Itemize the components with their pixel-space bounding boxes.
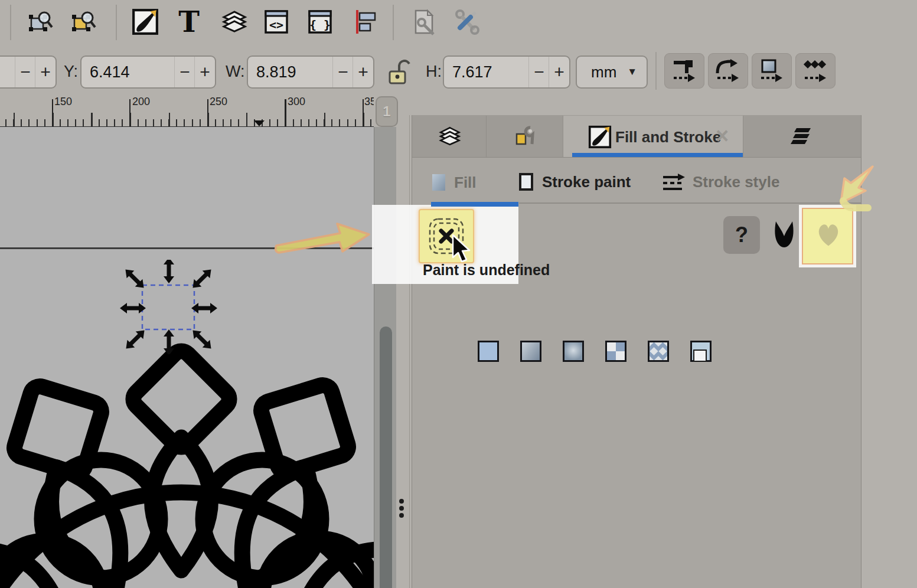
snap-toolbar xyxy=(886,94,917,588)
chevron-down-icon: ▼ xyxy=(627,66,637,78)
unit-dropdown[interactable]: mm ▼ xyxy=(576,55,648,89)
braces-dialog-button[interactable]: { } xyxy=(305,7,335,37)
subtab-stroke-style[interactable]: Stroke style xyxy=(662,171,779,193)
document-properties-icon xyxy=(411,8,437,35)
layers-dialog-button[interactable] xyxy=(220,8,248,35)
subtab-divider xyxy=(519,202,861,204)
annotation-arrow-right xyxy=(273,217,374,256)
h-increment-button[interactable]: + xyxy=(549,57,569,87)
align-distribute-button[interactable] xyxy=(351,7,380,37)
fill-stroke-panel: Fill and Stroke × Fill xyxy=(412,115,861,588)
y-decrement-button[interactable]: − xyxy=(174,57,195,87)
unit-value: mm xyxy=(591,63,616,81)
zoom-selection-button[interactable] xyxy=(28,8,56,35)
document-properties-button[interactable] xyxy=(410,7,438,37)
mouse-cursor xyxy=(451,234,473,266)
subtab-fill[interactable]: Fill xyxy=(432,172,477,193)
ruler-cursor-marker xyxy=(254,120,265,126)
selection-handles[interactable] xyxy=(118,260,218,354)
objects-list-icon xyxy=(791,126,813,147)
x-increment-button[interactable]: + xyxy=(35,57,56,87)
paint-unknown-button[interactable] xyxy=(690,341,712,362)
paint-undefined-tooltip: Paint is undefined xyxy=(423,262,550,279)
main-toolbar: T <> { } xyxy=(0,0,917,46)
text-tool-icon: T xyxy=(178,8,200,36)
annotation-arrow-downleft xyxy=(834,163,880,215)
tab-close-icon[interactable]: × xyxy=(716,123,729,149)
preferences-button[interactable] xyxy=(452,7,482,37)
move-patterns-toggle[interactable] xyxy=(795,53,836,89)
lock-open-icon xyxy=(387,57,413,86)
y-coordinate-field[interactable]: 6.414 − + xyxy=(80,55,216,89)
width-field[interactable]: 8.819 − + xyxy=(247,55,374,89)
xml-editor-icon: <> xyxy=(262,8,291,36)
swatch-diamonds xyxy=(650,342,667,360)
canvas[interactable] xyxy=(0,127,374,588)
braces-icon: { } xyxy=(306,8,334,36)
tab-fill-and-stroke[interactable]: Fill and Stroke × xyxy=(563,116,743,157)
zoom-drawing-icon xyxy=(72,9,98,35)
w-label: W: xyxy=(226,63,245,81)
paint-swatch-button[interactable] xyxy=(648,341,669,362)
ruler-label: 150 xyxy=(54,96,72,108)
h-value[interactable]: 7.617 xyxy=(452,63,492,81)
grip-dot xyxy=(399,513,404,518)
tab-objects[interactable] xyxy=(743,115,860,157)
mandala-drawing xyxy=(0,340,374,588)
w-increment-button[interactable]: + xyxy=(353,57,373,87)
lock-ratio-button[interactable] xyxy=(387,57,414,86)
scale-stroke-width-icon xyxy=(671,59,697,83)
inkscape-window: { "controls": { "minus": "−", "plus": "+… xyxy=(0,0,917,588)
layers-icon xyxy=(438,125,461,148)
paint-flat-color-button[interactable] xyxy=(478,341,499,362)
toolbar-separator xyxy=(116,5,117,40)
paint-undefined-button[interactable]: ? xyxy=(723,216,760,254)
text-tool-button[interactable]: T xyxy=(175,6,203,38)
x-decrement-button[interactable]: − xyxy=(15,57,35,87)
paint-radial-gradient-button[interactable] xyxy=(563,341,584,362)
scale-stroke-width-toggle[interactable] xyxy=(664,53,704,89)
toolbar-separator xyxy=(393,5,394,40)
preferences-icon xyxy=(453,8,481,36)
scrollbar-thumb[interactable] xyxy=(380,326,392,588)
paint-pattern-button[interactable] xyxy=(605,341,626,362)
h-label: H: xyxy=(426,63,442,81)
toolbar-separator xyxy=(10,5,11,40)
subtab-fill-label: Fill xyxy=(454,174,477,192)
panel-resize-grip[interactable] xyxy=(399,499,407,521)
w-value[interactable]: 8.819 xyxy=(256,63,296,81)
wrench-object-icon xyxy=(513,125,537,148)
stroke-paint-icon xyxy=(518,172,534,191)
h-decrement-button[interactable]: − xyxy=(528,57,549,87)
zoom-drawing-button[interactable] xyxy=(71,8,99,35)
selection-bbox xyxy=(142,285,194,329)
y-value[interactable]: 6.414 xyxy=(90,63,130,81)
w-decrement-button[interactable]: − xyxy=(332,57,353,87)
move-gradients-icon xyxy=(759,59,785,83)
scale-rounded-corners-toggle[interactable] xyxy=(708,53,748,89)
tab-object-properties[interactable] xyxy=(487,115,563,157)
height-field[interactable]: 7.617 − + xyxy=(443,55,570,89)
fill-active-underline xyxy=(431,202,518,207)
ruler-label: 250 xyxy=(210,96,227,108)
xml-editor-button[interactable]: <> xyxy=(262,7,291,37)
subtab-stroke-paint[interactable]: Stroke paint xyxy=(518,171,631,193)
tab-layers[interactable] xyxy=(412,115,486,157)
fill-stroke-dialog-button[interactable] xyxy=(131,7,159,37)
move-gradients-toggle[interactable] xyxy=(752,53,792,89)
active-tab-underline xyxy=(572,153,743,157)
braces-glyph: { } xyxy=(309,18,331,32)
vertical-scrollbar[interactable] xyxy=(374,127,396,588)
highlighted-swatch-button[interactable] xyxy=(802,208,853,264)
horizontal-ruler[interactable]: 150 200 250 300 350 xyxy=(0,96,374,128)
dialog-tab-bar: Fill and Stroke × xyxy=(412,115,861,158)
page-selector-button[interactable]: 1 xyxy=(376,96,398,127)
grip-dot xyxy=(399,499,404,504)
xml-glyph: <> xyxy=(269,18,283,32)
x-coordinate-field[interactable]: − + xyxy=(0,55,57,89)
move-patterns-icon xyxy=(802,59,828,83)
y-increment-button[interactable]: + xyxy=(194,57,215,87)
fill-stroke-brush-icon xyxy=(588,125,612,149)
panel-edge-line xyxy=(409,115,410,588)
paint-linear-gradient-button[interactable] xyxy=(520,341,541,362)
